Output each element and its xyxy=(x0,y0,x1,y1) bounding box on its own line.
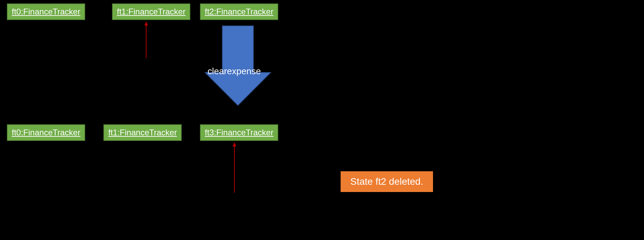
svg-marker-4 xyxy=(233,142,236,146)
transition-arrow xyxy=(203,24,272,107)
pointer-arrow-bottom xyxy=(232,142,232,193)
pointer-arrow-top xyxy=(143,21,144,59)
state-node-ft1-top: ft1:FinanceTracker xyxy=(112,3,190,20)
state-node-ft0-bottom: ft0:FinanceTracker xyxy=(7,124,85,141)
state-node-ft3-bottom: ft3:FinanceTracker xyxy=(200,124,278,141)
svg-marker-2 xyxy=(205,26,271,105)
state-node-ft2-top: ft2:FinanceTracker xyxy=(200,3,278,20)
state-node-ft0-top: ft0:FinanceTracker xyxy=(7,3,85,20)
status-message: State ft2 deleted. xyxy=(341,171,433,192)
transition-label: clearexpense xyxy=(208,66,261,77)
state-node-ft1-bottom: ft1:FinanceTracker xyxy=(103,124,182,141)
svg-marker-1 xyxy=(144,21,148,26)
